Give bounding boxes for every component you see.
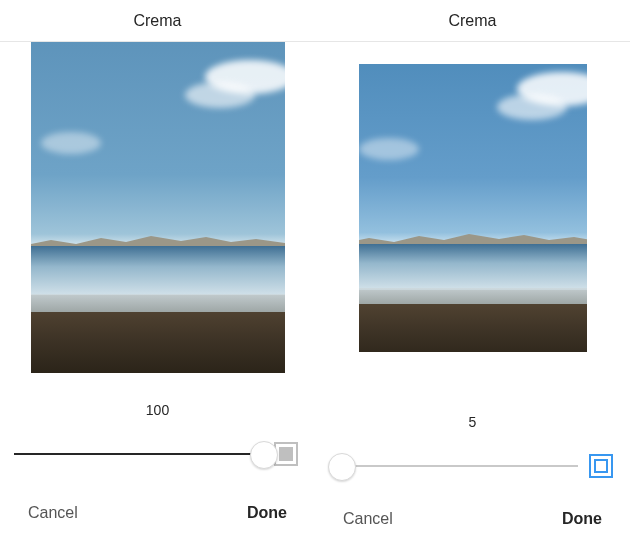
cancel-button[interactable]: Cancel xyxy=(343,510,393,528)
sea xyxy=(31,246,285,298)
slider-wrap xyxy=(0,440,315,468)
sea xyxy=(349,244,597,292)
filter-name-label: Crema xyxy=(315,0,630,42)
slider-thumb[interactable] xyxy=(328,453,356,481)
intensity-slider[interactable] xyxy=(329,452,578,480)
panel-left: Crema 100 xyxy=(0,0,315,559)
photo-preview xyxy=(349,54,597,362)
filter-name-label: Crema xyxy=(0,0,315,42)
panel-right: Crema 5 xyxy=(315,0,630,559)
done-button[interactable]: Done xyxy=(247,504,287,522)
intensity-slider[interactable] xyxy=(14,440,263,468)
slider-thumb[interactable] xyxy=(250,441,278,469)
footer: Cancel Done xyxy=(315,489,630,559)
wet-sand xyxy=(349,288,597,304)
footer: Cancel Done xyxy=(0,477,315,559)
preview-area xyxy=(0,42,315,382)
photo-preview xyxy=(31,42,285,373)
slider-value: 100 xyxy=(0,402,315,418)
slider-row: 5 xyxy=(315,394,630,489)
app-root: Crema 100 xyxy=(0,0,630,559)
slider-row: 100 xyxy=(0,382,315,477)
cancel-button[interactable]: Cancel xyxy=(28,504,78,522)
cloud xyxy=(185,82,255,108)
slider-value: 5 xyxy=(315,414,630,430)
cloud xyxy=(41,132,101,154)
cloud xyxy=(359,138,419,160)
slider-wrap xyxy=(315,452,630,480)
frame-toggle[interactable] xyxy=(588,453,614,479)
wet-sand xyxy=(31,294,285,312)
cloud xyxy=(497,94,567,120)
preview-area xyxy=(315,42,630,394)
done-button[interactable]: Done xyxy=(562,510,602,528)
